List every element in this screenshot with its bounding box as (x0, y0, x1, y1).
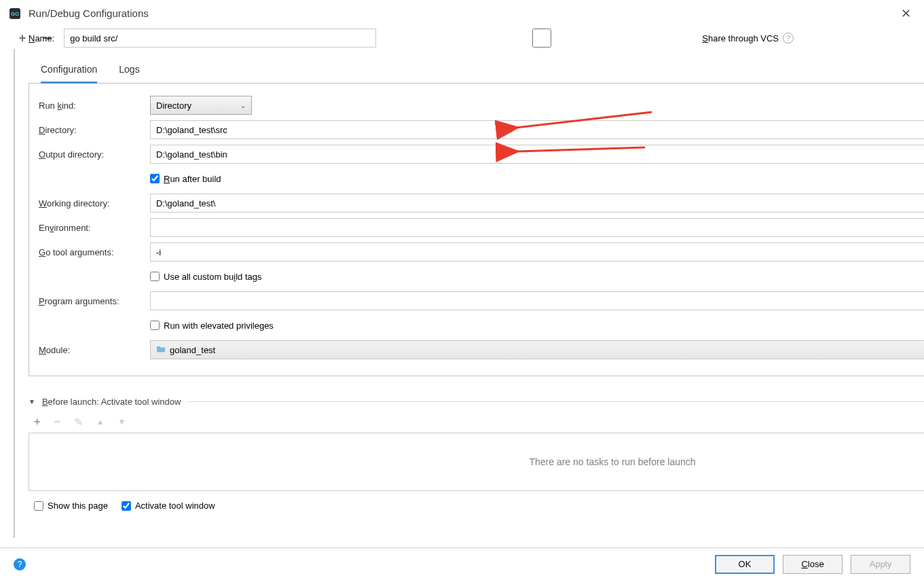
config-form: Run kind: Directory ⌄ Directory: 🗀 Outpu… (29, 84, 924, 376)
apply-button[interactable]: Apply (851, 555, 910, 574)
footer-checks: Show this page Activate tool window (34, 501, 924, 511)
remove-icon[interactable]: − (54, 416, 60, 428)
task-empty-text: There are no tasks to run before launch (529, 456, 695, 467)
help-icon[interactable]: ? (14, 558, 26, 570)
run-after-build-checkbox-label[interactable]: Run after build (150, 174, 221, 184)
run-after-build-text: Run after build (164, 174, 221, 184)
triangle-down-icon: ▼ (29, 398, 35, 405)
directory-label: Directory: (39, 125, 150, 135)
show-page-text: Show this page (48, 501, 108, 511)
ok-button[interactable]: OK (715, 555, 775, 574)
run-kind-select[interactable]: Directory ⌄ (150, 96, 252, 115)
environment-label: Environment: (39, 223, 150, 233)
move-down-icon[interactable]: ▼ (118, 417, 126, 427)
parallel-run-checkbox[interactable] (813, 29, 924, 48)
svg-text:GO: GO (11, 11, 19, 17)
show-page-checkbox[interactable] (34, 501, 43, 511)
custom-tags-checkbox[interactable] (150, 272, 160, 281)
name-label: Name: (29, 33, 54, 43)
share-vcs-label: Share through VCS (702, 33, 779, 43)
help-icon[interactable]: ? (783, 33, 794, 43)
module-label: Module: (39, 345, 150, 355)
dialog-footer: ? OK Close Apply (0, 547, 924, 580)
close-icon[interactable]: ✕ (895, 6, 916, 21)
before-launch-title: Before launch: Activate tool window (42, 397, 181, 407)
program-args-label: Program arguments: (39, 296, 150, 306)
move-up-icon[interactable]: ▲ (96, 417, 105, 427)
add-icon[interactable]: + (34, 416, 40, 428)
elevated-checkbox-label[interactable]: Run with elevated privileges (150, 321, 274, 331)
elevated-checkbox[interactable] (150, 321, 160, 330)
go-tool-args-label: Go tool arguments: (39, 247, 150, 257)
activate-tool-checkbox-label[interactable]: Activate tool window (122, 501, 215, 511)
module-value: goland_test (170, 345, 215, 355)
environment-input[interactable] (150, 218, 924, 237)
custom-tags-text: Use all custom build tags (164, 272, 262, 282)
before-launch-header[interactable]: ▼ Before launch: Activate tool window (29, 397, 924, 407)
module-select[interactable]: goland_test ⌄ (150, 340, 924, 359)
task-list: There are no tasks to run before launch (29, 433, 924, 491)
main-panel: Name: Share through VCS ? Allow parallel… (15, 49, 924, 560)
name-row: Name: Share through VCS ? Allow parallel… (29, 27, 924, 49)
go-tool-args-input[interactable] (150, 242, 924, 261)
output-dir-input[interactable] (150, 145, 924, 164)
folder-icon (156, 344, 166, 356)
working-dir-input[interactable] (150, 194, 924, 213)
name-input[interactable] (64, 29, 376, 48)
window-title: Run/Debug Configurations (29, 7, 149, 19)
show-page-checkbox-label[interactable]: Show this page (34, 501, 108, 511)
add-icon[interactable]: + (16, 32, 29, 44)
custom-tags-checkbox-label[interactable]: Use all custom build tags (150, 272, 262, 282)
output-dir-label: Output directory: (39, 149, 150, 160)
tab-logs[interactable]: Logs (119, 58, 139, 83)
run-kind-value: Directory (156, 101, 191, 111)
chevron-down-icon: ⌄ (240, 102, 246, 109)
share-vcs-checkbox[interactable] (386, 29, 698, 48)
working-dir-label: Working directory: (39, 198, 150, 209)
app-icon: GO (8, 7, 22, 20)
activate-tool-checkbox[interactable] (122, 501, 131, 511)
directory-input[interactable] (150, 120, 924, 139)
titlebar: GO Run/Debug Configurations ✕ (0, 0, 924, 27)
run-kind-label: Run kind: (39, 101, 150, 111)
edit-icon[interactable]: ✎ (74, 416, 83, 429)
activate-tool-text: Activate tool window (135, 501, 215, 511)
elevated-text: Run with elevated privileges (164, 321, 274, 331)
tab-configuration[interactable]: Configuration (41, 58, 97, 84)
close-button[interactable]: Close (783, 555, 843, 574)
task-toolbar: + − ✎ ▲ ▼ (29, 412, 924, 431)
tabs: Configuration Logs (29, 58, 924, 84)
program-args-input[interactable] (150, 291, 924, 310)
run-after-build-checkbox[interactable] (150, 174, 160, 183)
